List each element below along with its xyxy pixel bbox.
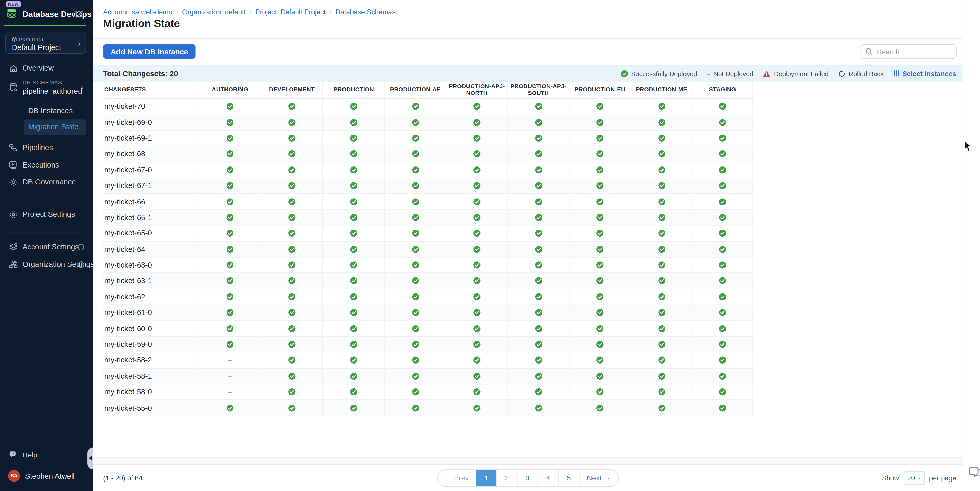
success-icon	[535, 325, 542, 332]
table-row[interactable]: my-ticket-66	[103, 194, 753, 210]
table-row[interactable]: my-ticket-61-0	[103, 305, 753, 321]
project-label: PROJECT	[19, 37, 45, 43]
success-icon	[658, 277, 665, 284]
page-button-1[interactable]: 1	[476, 470, 496, 486]
table-row[interactable]: my-ticket-58-2–	[103, 353, 753, 369]
status-cell	[384, 273, 445, 288]
sidebar-item-db-governance[interactable]: DB Governance	[0, 175, 93, 189]
changeset-name: my-ticket-65-1	[103, 210, 199, 225]
status-cell	[323, 178, 384, 193]
sidebar-collapse-handle[interactable]	[88, 447, 93, 469]
success-icon	[719, 388, 726, 396]
table-row[interactable]: my-ticket-58-1–	[103, 369, 753, 384]
legend-label: Not Deployed	[713, 70, 753, 77]
success-icon	[288, 325, 296, 332]
success-icon	[412, 246, 419, 253]
submenu-line	[21, 102, 21, 136]
success-icon	[535, 214, 542, 221]
prev-page-button[interactable]: ← Prev	[438, 470, 476, 486]
table-row[interactable]: my-ticket-70	[103, 99, 753, 115]
table-row[interactable]: my-ticket-65-1	[103, 210, 753, 226]
status-cell	[569, 242, 631, 257]
table-row[interactable]: my-ticket-60-0	[103, 321, 753, 337]
success-icon	[535, 357, 542, 364]
success-icon	[596, 230, 604, 237]
table-row[interactable]: my-ticket-64	[103, 242, 753, 257]
support-chat-widget-icon[interactable]	[968, 465, 980, 481]
pipelines-icon	[8, 143, 18, 152]
status-cell	[261, 115, 323, 130]
next-page-button[interactable]: Next →	[579, 470, 618, 486]
info-icon[interactable]	[78, 243, 84, 250]
success-icon	[596, 119, 604, 126]
sidebar-item-project-settings[interactable]: Project Settings	[0, 207, 93, 222]
table-row[interactable]: my-ticket-68	[103, 146, 753, 162]
breadcrumb-item[interactable]: Account: satwell-demo	[103, 8, 172, 16]
status-cell	[569, 178, 631, 193]
success-icon	[288, 277, 296, 284]
table-row[interactable]: my-ticket-62	[103, 289, 753, 305]
status-cell	[384, 115, 445, 130]
table-row[interactable]: my-ticket-59-0	[103, 337, 753, 353]
success-icon	[350, 150, 357, 158]
sidebar-item-migration-state[interactable]: Migration State	[24, 119, 86, 135]
success-icon	[658, 182, 665, 189]
page-size-select[interactable]: 20 ⌄	[904, 471, 925, 485]
page-button-4[interactable]: 4	[538, 470, 558, 486]
table-row[interactable]: my-ticket-65-0	[103, 226, 753, 242]
changeset-name: my-ticket-67-1	[103, 178, 199, 193]
breadcrumb-item[interactable]: Project: Default Project	[255, 8, 326, 16]
status-cell	[199, 115, 261, 130]
sidebar-item-account-settings[interactable]: Account Settings	[0, 239, 93, 254]
success-icon	[658, 325, 665, 332]
success-icon	[719, 103, 726, 110]
success-icon	[226, 230, 234, 237]
info-icon[interactable]	[78, 261, 84, 268]
sidebar-item-organization-settings[interactable]: Organization Settings	[0, 257, 93, 272]
success-icon	[288, 150, 296, 158]
status-cell	[384, 146, 445, 161]
success-icon	[473, 372, 480, 380]
success-icon	[350, 309, 357, 316]
table-row[interactable]: my-ticket-63-1	[103, 273, 753, 289]
table-row[interactable]: my-ticket-69-0	[103, 115, 753, 130]
sidebar-item-db-instances[interactable]: DB Instances	[28, 106, 73, 115]
select-instances-button[interactable]: Select Instances	[893, 70, 956, 77]
status-cell	[692, 384, 753, 399]
status-cell	[508, 162, 569, 177]
sidebar-item-pipelines[interactable]: Pipelines	[0, 140, 93, 155]
success-icon	[658, 230, 665, 237]
success-icon	[535, 341, 542, 348]
sidebar-item-executions[interactable]: Executions	[0, 157, 93, 172]
table-row[interactable]: my-ticket-69-1	[103, 130, 753, 146]
changeset-name: my-ticket-66	[103, 194, 199, 209]
sidebar-item-help[interactable]: ? Help	[0, 447, 93, 462]
search-box[interactable]	[861, 44, 957, 59]
page-button-2[interactable]: 2	[496, 470, 517, 486]
breadcrumb-item[interactable]: Organization: default	[182, 8, 245, 16]
status-cell	[569, 321, 631, 336]
table-row[interactable]: my-ticket-63-0	[103, 257, 753, 273]
status-cell	[631, 130, 692, 146]
status-cell	[445, 130, 508, 146]
table-row[interactable]: my-ticket-67-1	[103, 178, 753, 194]
column-header-production-eu: PRODUCTION-EU	[569, 82, 631, 98]
success-icon	[226, 325, 234, 332]
app-grid-icon[interactable]	[75, 10, 83, 18]
table-row[interactable]: my-ticket-67-0	[103, 162, 753, 178]
breadcrumb-item[interactable]: Database Schemas	[336, 8, 396, 16]
page-button-3[interactable]: 3	[517, 470, 538, 486]
search-input[interactable]	[876, 47, 974, 56]
success-icon	[596, 293, 604, 300]
sidebar-item-overview[interactable]: Overview	[0, 60, 93, 75]
page-button-5[interactable]: 5	[558, 470, 579, 486]
status-cell	[508, 353, 569, 368]
user-menu[interactable]: SA Stephen Atwell	[0, 470, 93, 484]
success-icon	[596, 198, 604, 205]
table-row[interactable]: my-ticket-58-0–	[103, 384, 753, 400]
project-selector[interactable]: PROJECT Default Project ›	[5, 33, 86, 54]
status-cell	[569, 384, 631, 399]
table-row[interactable]: my-ticket-55-0	[103, 400, 753, 416]
status-cell	[199, 305, 261, 320]
add-new-db-instance-button[interactable]: Add New DB Instance	[103, 44, 196, 59]
